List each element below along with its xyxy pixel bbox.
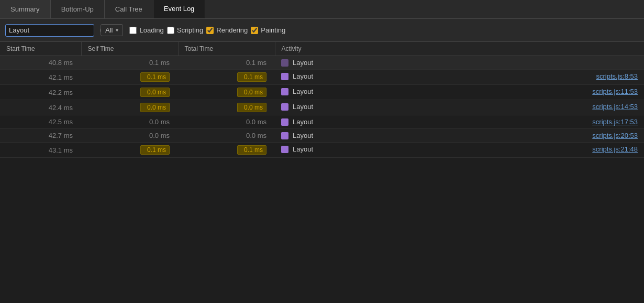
cell-start-time: 42.4 ms [0, 100, 81, 115]
table-row: 42.7 ms0.0 ms0.0 msLayoutscripts.js:20:5… [0, 129, 644, 143]
layout-icon [281, 103, 288, 111]
cell-start-time: 42.5 ms [0, 115, 81, 129]
cell-activity: Layoutscripts.js:17:53 [275, 115, 644, 128]
filter-rendering[interactable]: Rendering [206, 26, 248, 34]
col-header-self-time: Self Time [81, 42, 178, 56]
table-row: 42.4 ms0.0 ms0.0 msLayoutscripts.js:14:5… [0, 100, 644, 115]
table-row: 42.5 ms0.0 ms0.0 msLayoutscripts.js:17:5… [0, 115, 644, 129]
source-link[interactable]: scripts.js:11:53 [592, 88, 638, 95]
cell-total-time: 0.1 ms [178, 56, 275, 70]
toolbar: ✕ All ▾ Loading Scripting Rendering Pain… [0, 19, 644, 42]
filter-scripting[interactable]: Scripting [167, 26, 204, 34]
cell-start-time: 42.7 ms [0, 129, 81, 143]
cell-self-time: 0.1 ms [81, 143, 178, 158]
activity-cell: Layout [281, 59, 313, 67]
activity-label: Layout [293, 132, 313, 139]
layout-icon [281, 118, 288, 126]
activity-label: Layout [293, 59, 313, 67]
cell-total-time: 0.1 ms [178, 143, 275, 158]
col-header-total-time: Total Time [178, 42, 275, 56]
cell-start-time: 40.8 ms [0, 56, 81, 70]
cell-activity: Layoutscripts.js:21:48 [275, 143, 644, 156]
filter-loading[interactable]: Loading [129, 26, 163, 34]
table-row: 43.1 ms0.1 ms0.1 msLayoutscripts.js:21:4… [0, 143, 644, 158]
activity-cell: Layout [281, 103, 313, 111]
activity-cell: Layout [281, 88, 313, 95]
activity-label: Layout [293, 118, 313, 126]
activity-cell: Layout [281, 118, 313, 126]
tab-call-tree[interactable]: Call Tree [105, 0, 153, 18]
cell-self-time: 0.0 ms [81, 115, 178, 129]
cell-self-time: 0.0 ms [81, 129, 178, 143]
cell-activity: Layout [275, 56, 644, 69]
cell-total-time: 0.0 ms [178, 85, 275, 100]
cell-start-time: 42.1 ms [0, 70, 81, 85]
cell-total-time: 0.0 ms [178, 129, 275, 143]
filter-group: Loading Scripting Rendering Painting [129, 26, 285, 34]
cell-activity: Layoutscripts.js:11:53 [275, 85, 644, 98]
cell-start-time: 42.2 ms [0, 85, 81, 100]
cell-total-time: 0.1 ms [178, 70, 275, 85]
filter-dropdown[interactable]: All ▾ [101, 24, 123, 36]
table-header-row: Start Time Self Time Total Time Activity [0, 42, 644, 56]
activity-cell: Layout [281, 72, 313, 80]
cell-start-time: 43.1 ms [0, 143, 81, 158]
layout-icon [281, 132, 288, 139]
event-log-table-container: Start Time Self Time Total Time Activity… [0, 42, 644, 303]
source-link[interactable]: scripts.js:8:53 [596, 72, 638, 80]
activity-label: Layout [293, 72, 313, 80]
source-link[interactable]: scripts.js:21:48 [592, 145, 638, 153]
dropdown-arrow-icon: ▾ [116, 27, 118, 33]
tab-summary[interactable]: Summary [0, 0, 51, 18]
scripting-checkbox[interactable] [167, 27, 174, 34]
col-header-start-time: Start Time [0, 42, 81, 56]
event-log-table: Start Time Self Time Total Time Activity… [0, 42, 644, 158]
cell-activity: Layoutscripts.js:14:53 [275, 100, 644, 113]
activity-label: Layout [293, 103, 313, 111]
table-row: 40.8 ms0.1 ms0.1 msLayout [0, 56, 644, 70]
col-header-activity: Activity [275, 42, 644, 56]
cell-self-time: 0.1 ms [81, 70, 178, 85]
cell-self-time: 0.0 ms [81, 100, 178, 115]
cell-self-time: 0.1 ms [81, 56, 178, 70]
source-link[interactable]: scripts.js:17:53 [592, 118, 638, 126]
search-wrapper: ✕ [5, 24, 94, 37]
tab-bottom-up[interactable]: Bottom-Up [51, 0, 105, 18]
activity-cell: Layout [281, 132, 313, 139]
cell-total-time: 0.0 ms [178, 115, 275, 129]
activity-cell: Layout [281, 145, 313, 153]
painting-checkbox[interactable] [251, 27, 258, 34]
layout-icon [281, 59, 288, 67]
source-link[interactable]: scripts.js:14:53 [592, 103, 638, 111]
cell-self-time: 0.0 ms [81, 85, 178, 100]
loading-checkbox[interactable] [129, 27, 137, 34]
source-link[interactable]: scripts.js:20:53 [592, 132, 638, 139]
activity-label: Layout [293, 88, 313, 95]
layout-icon [281, 146, 288, 153]
search-input[interactable] [9, 26, 97, 34]
cell-activity: Layoutscripts.js:20:53 [275, 129, 644, 142]
cell-total-time: 0.0 ms [178, 100, 275, 115]
rendering-checkbox[interactable] [206, 27, 214, 34]
tab-bar: Summary Bottom-Up Call Tree Event Log [0, 0, 644, 19]
cell-activity: Layoutscripts.js:8:53 [275, 70, 644, 83]
layout-icon [281, 73, 288, 80]
filter-painting[interactable]: Painting [251, 26, 285, 34]
activity-label: Layout [293, 145, 313, 153]
tab-event-log[interactable]: Event Log [153, 0, 206, 18]
table-row: 42.1 ms0.1 ms0.1 msLayoutscripts.js:8:53 [0, 70, 644, 85]
table-row: 42.2 ms0.0 ms0.0 msLayoutscripts.js:11:5… [0, 85, 644, 100]
layout-icon [281, 88, 288, 95]
table-body: 40.8 ms0.1 ms0.1 msLayout42.1 ms0.1 ms0.… [0, 56, 644, 158]
